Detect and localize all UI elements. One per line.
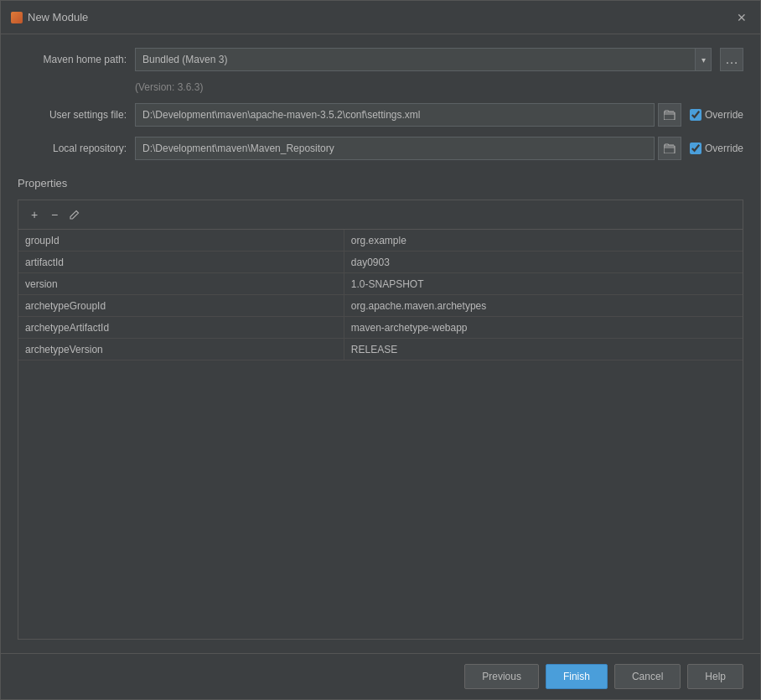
user-settings-override-group: Override <box>690 109 743 121</box>
help-button[interactable]: Help <box>687 664 743 689</box>
title-bar: New Module ✕ <box>1 1 760 34</box>
prop-key: archetypeVersion <box>18 339 344 360</box>
user-settings-row: User settings file: Override <box>18 103 743 127</box>
cancel-button[interactable]: Cancel <box>614 664 681 689</box>
maven-home-extra-btn[interactable]: … <box>720 48 743 71</box>
previous-button[interactable]: Previous <box>464 664 539 689</box>
new-module-dialog: New Module ✕ Maven home path: ▾ … (Versi… <box>0 0 761 700</box>
remove-property-btn[interactable]: − <box>45 205 64 224</box>
local-repo-input-group <box>135 137 681 160</box>
prop-key: archetypeGroupId <box>18 295 344 316</box>
user-settings-input[interactable] <box>135 103 655 127</box>
table-row[interactable]: archetypeVersionRELEASE <box>18 339 743 360</box>
user-settings-browse-btn[interactable] <box>658 103 681 127</box>
maven-home-label: Maven home path: <box>18 54 127 65</box>
prop-value: maven-archetype-webapp <box>344 317 743 338</box>
table-row[interactable]: archetypeGroupIdorg.apache.maven.archety… <box>18 295 743 317</box>
prop-key: archetypeArtifactId <box>18 317 344 338</box>
dialog-title: New Module <box>28 11 733 23</box>
maven-version-text: (Version: 3.6.3) <box>135 81 743 93</box>
user-settings-label: User settings file: <box>18 109 127 121</box>
maven-home-dropdown-btn[interactable]: ▾ <box>695 48 712 71</box>
dialog-footer: Previous Finish Cancel Help <box>1 653 760 699</box>
add-property-btn[interactable]: + <box>25 205 44 224</box>
user-settings-override-checkbox[interactable] <box>690 109 701 121</box>
table-row[interactable]: version1.0-SNAPSHOT <box>18 273 743 295</box>
local-repo-override-group: Override <box>690 143 743 154</box>
app-icon <box>11 12 23 23</box>
local-repo-input[interactable] <box>135 137 655 160</box>
local-repo-override-label: Override <box>705 143 743 154</box>
user-settings-override-label: Override <box>705 109 743 121</box>
prop-value: day0903 <box>344 251 743 272</box>
svg-rect-0 <box>664 112 675 120</box>
properties-table: groupIdorg.exampleartifactIdday0903versi… <box>18 230 743 639</box>
prop-key: artifactId <box>18 251 344 272</box>
prop-value: org.example <box>344 230 743 251</box>
prop-value: RELEASE <box>344 339 743 360</box>
table-row[interactable]: archetypeArtifactIdmaven-archetype-webap… <box>18 317 743 339</box>
local-repo-override-checkbox[interactable] <box>690 143 701 154</box>
table-row[interactable]: artifactIdday0903 <box>18 251 743 273</box>
properties-toolbar: + − <box>18 200 743 230</box>
properties-panel: + − groupIdorg.exampleartifactIdday0903v… <box>18 200 743 640</box>
prop-value: 1.0-SNAPSHOT <box>344 273 743 294</box>
svg-rect-1 <box>664 146 675 153</box>
close-button[interactable]: ✕ <box>733 9 750 26</box>
maven-home-row: Maven home path: ▾ … <box>18 48 743 71</box>
dialog-content: Maven home path: ▾ … (Version: 3.6.3) Us… <box>1 34 760 653</box>
properties-section-title: Properties <box>18 177 743 189</box>
maven-home-input-wrapper: ▾ <box>135 48 712 71</box>
table-row[interactable]: groupIdorg.example <box>18 230 743 251</box>
prop-value: org.apache.maven.archetypes <box>344 295 743 316</box>
finish-button[interactable]: Finish <box>546 664 608 689</box>
local-repo-row: Local repository: Override <box>18 137 743 160</box>
user-settings-input-group <box>135 103 681 127</box>
maven-home-input[interactable] <box>135 48 695 71</box>
prop-key: version <box>18 273 344 294</box>
local-repo-label: Local repository: <box>18 143 127 154</box>
prop-key: groupId <box>18 230 344 251</box>
local-repo-browse-btn[interactable] <box>658 137 681 160</box>
edit-property-btn[interactable] <box>65 205 84 224</box>
